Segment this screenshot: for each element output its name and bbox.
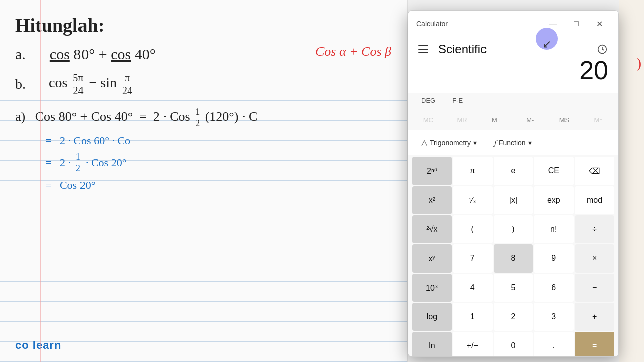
btn-CE-3[interactable]: CE	[534, 157, 574, 185]
btn-exp-8[interactable]: exp	[534, 186, 574, 214]
calc-titlebar: Calculator — □ ✕	[408, 11, 618, 36]
mode-row: DEG F-E	[408, 93, 618, 110]
btn-n--13[interactable]: n!	[534, 215, 574, 243]
btn-4-21[interactable]: 4	[453, 274, 493, 302]
btn-0-32[interactable]: 0	[494, 332, 533, 357]
btn-mod-9[interactable]: mod	[575, 186, 614, 214]
btn-----6[interactable]: ¹⁄ₓ	[453, 186, 493, 214]
display-value: 20	[579, 55, 608, 85]
func-icon: 𝑓	[494, 138, 496, 147]
minimize-button[interactable]: —	[542, 16, 564, 32]
problem-b: b. cos 5π 24 − sin π 24	[15, 72, 401, 97]
func-row: △ Trigonometry ▾ 𝑓 Function ▾	[408, 130, 618, 155]
btn-7-16[interactable]: 7	[453, 244, 493, 273]
func-chevron: ▾	[528, 139, 532, 147]
fraction-pi-24: π 24	[121, 72, 133, 97]
fe-button[interactable]: F-E	[446, 95, 469, 106]
calc-mode-title: Scientific	[438, 42, 588, 56]
btn-e-2[interactable]: e	[494, 157, 533, 185]
deg-button[interactable]: DEG	[415, 95, 441, 106]
mplus-button[interactable]: M+	[479, 112, 513, 128]
btn-2---0[interactable]: 2ⁿᵈ	[412, 157, 452, 185]
problem-b-content: cos 5π 24 − sin π 24	[49, 72, 134, 97]
solution-line1: = 2 · Cos 60° · Co	[45, 131, 401, 151]
mup-button[interactable]: M↑	[581, 112, 615, 128]
btn---19[interactable]: ×	[575, 244, 614, 273]
menu-button[interactable]	[415, 40, 433, 58]
brand-label: co learn	[15, 339, 61, 352]
btn-3-28[interactable]: 3	[534, 303, 574, 331]
func-label: Function	[499, 139, 526, 147]
solution-line2: = 2 · 1 2 · Cos 20°	[45, 152, 401, 174]
memory-row: MC MR M+ M- MS M↑	[408, 110, 618, 130]
buttons-grid: 2ⁿᵈπeCE⌫x²¹⁄ₓ|x|expmod²√x()n!÷xʸ789×10ˣ4…	[408, 155, 618, 357]
calc-display: 20	[408, 62, 618, 93]
btn---29[interactable]: +	[575, 303, 614, 331]
calc-title: Calculator	[416, 20, 448, 28]
maximize-button[interactable]: □	[565, 16, 587, 32]
trigonometry-dropdown[interactable]: △ Trigonometry ▾	[414, 134, 484, 151]
btn---1[interactable]: π	[453, 157, 493, 185]
btn-2-27[interactable]: 2	[494, 303, 533, 331]
solution-header: a) Cos 80° + Cos 40° = 2 · Cos 1 2 (120°…	[15, 107, 401, 129]
btn-8-17[interactable]: 8	[494, 244, 533, 273]
btn-10--20[interactable]: 10ˣ	[412, 274, 452, 302]
cos-text: cos	[50, 46, 70, 62]
btn---14[interactable]: ÷	[575, 215, 614, 243]
problem-a-label: a.	[15, 44, 26, 64]
btn---34[interactable]: =	[575, 332, 614, 357]
btn-1-26[interactable]: 1	[453, 303, 493, 331]
problem-a-content: cos 80° + cos 40°	[50, 44, 156, 64]
right-panel-text: )	[637, 55, 641, 71]
btn-5-22[interactable]: 5	[494, 274, 533, 302]
trig-chevron: ▾	[473, 139, 477, 147]
calculator-window: Calculator — □ ✕ Scientific 20 DEG F-E	[408, 10, 619, 357]
title: Hitunglah:	[15, 15, 401, 35]
btn---11[interactable]: (	[453, 215, 493, 243]
notebook-background: Hitunglah: a. cos 80° + cos 40° b. cos 5…	[0, 0, 408, 362]
fraction-5pi-24: 5π 24	[72, 72, 84, 97]
btn-x--15[interactable]: xʸ	[412, 244, 452, 273]
btn---33[interactable]: .	[534, 332, 574, 357]
btn--x--7[interactable]: |x|	[494, 186, 533, 214]
solution-line3: = Cos 20°	[45, 175, 401, 195]
btn---4[interactable]: ⌫	[575, 157, 614, 185]
mminus-button[interactable]: M-	[513, 112, 547, 128]
red-formula: Cos α + Cos β	[315, 44, 391, 59]
btn-x--5[interactable]: x²	[412, 186, 452, 214]
btn-log-25[interactable]: log	[412, 303, 452, 331]
notebook-content: Hitunglah: a. cos 80° + cos 40° b. cos 5…	[15, 15, 401, 196]
btn-6-23[interactable]: 6	[534, 274, 574, 302]
mr-button[interactable]: MR	[445, 112, 479, 128]
trig-icon: △	[421, 138, 427, 147]
btn---12[interactable]: )	[494, 215, 533, 243]
btn-9-18[interactable]: 9	[534, 244, 574, 273]
window-controls: — □ ✕	[542, 16, 610, 32]
close-button[interactable]: ✕	[588, 16, 610, 32]
solution-fraction: 1 2	[194, 107, 201, 129]
btn---24[interactable]: −	[575, 274, 614, 302]
mc-button[interactable]: MC	[411, 112, 445, 128]
function-dropdown[interactable]: 𝑓 Function ▾	[487, 134, 539, 151]
right-panel: )	[619, 0, 644, 362]
ms-button[interactable]: MS	[547, 112, 582, 128]
solution-fraction2: 1 2	[75, 152, 82, 174]
btn---x-10[interactable]: ²√x	[412, 215, 452, 243]
cos-text2: cos	[111, 46, 131, 62]
trig-label: Trigonometry	[430, 139, 471, 147]
btn-ln-30[interactable]: ln	[412, 332, 452, 357]
problem-b-label: b.	[15, 74, 26, 95]
btn-----31[interactable]: +/−	[453, 332, 493, 357]
